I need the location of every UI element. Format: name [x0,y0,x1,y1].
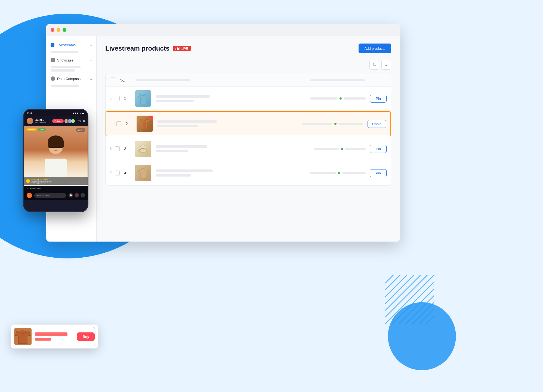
phone-time: 9:41 [27,112,32,114]
product-stats-2 [302,123,363,125]
gift-count: 888 [78,120,81,122]
phone-live-header: Livest... 999 viewers Follow 888 × [24,116,88,126]
product-image-1 [135,90,151,107]
product-name-bar-2 [157,120,217,123]
phone-status-icons: ▲▲▲ ● ▬ [72,112,84,114]
phone-status-bar: 9:41 ▲▲▲ ● ▬ [24,110,88,116]
row-checkbox-3[interactable] [115,146,120,151]
filter-button[interactable]: ≡ [381,60,391,70]
gift-icon[interactable]: 🌹 [75,193,79,197]
product-sub-bar-3 [156,150,188,152]
sidebar-item-livestreams[interactable]: Livestreams ∧ [46,40,96,50]
more-button[interactable]: More › [76,128,85,132]
svg-line-2 [385,275,407,297]
status-dot-2 [334,123,337,125]
drag-handle-1[interactable]: ⠿ [110,96,113,101]
add-products-button[interactable]: Add products [359,44,391,53]
phone-input-bar: 🎁 Add comment... 💬 🌹 ↗ [24,191,88,200]
product-info-4 [156,169,305,177]
svg-line-0 [385,275,393,283]
svg-line-11 [419,309,434,324]
phone-follow-button[interactable]: Follow [52,119,63,123]
blue-jacket-image [135,90,151,107]
product-info-1 [156,95,305,102]
popup-buy-button[interactable]: Buy [77,332,95,341]
browser-titlebar [46,24,400,36]
stat-bar-1 [310,97,337,100]
sort-icon: ⇅ [373,63,376,67]
tan-jacket-image [135,165,151,181]
status-bar-3 [345,148,366,150]
drag-handle-3[interactable]: ⠿ [110,147,113,151]
pin-button-3[interactable]: Pin [370,145,387,153]
svg-rect-13 [143,122,146,129]
blue-jacket-svg [138,92,149,105]
wifi-icon: ● [80,112,81,114]
phone-viewers: 999 viewers [35,121,51,124]
row-checkbox-2[interactable] [116,121,121,126]
traffic-light-yellow[interactable] [57,28,60,32]
product-name-bar-4 [156,169,213,172]
status-dot-3 [341,148,343,150]
hat-svg [137,143,149,155]
table-row: ⠿ 1 [106,87,391,111]
table-row-pinned: 2 📌 [106,111,391,136]
live-bar-4 [180,47,180,50]
product-sub-bar-2 [157,125,198,127]
sort-button[interactable]: ⇅ [369,60,379,70]
header-checkbox[interactable] [110,78,115,83]
product-image-3 [135,141,151,157]
chat-icon[interactable]: 💬 [69,193,73,197]
buying-content: is buying products friends and followers… [26,178,85,184]
sidebar-sub-placeholder-2 [51,66,81,68]
popup-sub-bar [35,338,51,341]
sidebar-item-showcase[interactable]: Showcase ∧ [46,55,96,65]
row-checkbox-1[interactable] [115,96,120,101]
live-badge: LIVE [173,46,191,51]
showcase-icon [51,58,55,62]
sidebar-item-datacompass[interactable]: Data Compass ∧ [46,74,96,84]
phone-user-info: Livest... 999 viewers [35,119,51,124]
popup-close-button[interactable]: × [93,326,95,331]
unpin-button-2[interactable]: Unpin [368,120,386,128]
hair [48,135,64,148]
status-bar-4 [343,172,366,174]
phone-tags: Fashion Top 1 [26,128,46,131]
popup-product-info [35,332,74,341]
traffic-light-green[interactable] [63,28,66,32]
signal-icon: ▲▲▲ [72,112,79,114]
svg-line-10 [412,302,434,324]
status-bar-2 [339,123,363,125]
traffic-light-red[interactable] [51,28,54,32]
buying-main-text: is buying products [31,178,54,180]
buying-text-area: is buying products friends and followers… [31,178,54,184]
stat-bar-3 [314,148,339,150]
row-number-4: 4 [124,171,135,175]
product-info-3 [156,145,309,152]
share-icon[interactable]: ↗ [81,193,85,197]
sidebar-sub-placeholder-3 [51,69,75,72]
status-dot-4 [338,172,340,174]
product-info-2 [157,120,297,127]
pin-button-1[interactable]: Pin [370,95,387,103]
status-dot-1 [340,97,342,100]
product-stats-4 [310,172,366,174]
product-stats-3 [314,148,366,150]
drag-handle-4[interactable]: ⠿ [110,171,113,175]
top1-tag: Top 1 [38,128,46,131]
toolbar: ⇅ ≡ [105,60,391,70]
svg-line-7 [392,282,434,324]
joined-text: tiktokusers Joined [27,187,85,189]
buying-icon [26,179,30,183]
row-checkbox-4[interactable] [115,171,120,175]
phone-buying-banner: is buying products friends and followers… [24,177,88,185]
comment-input[interactable]: Add comment... [34,193,66,198]
table-header: No. [106,74,391,87]
svg-line-12 [426,316,434,324]
phone-close-button[interactable]: × [83,119,85,123]
pin-button-4[interactable]: Pin [370,169,387,177]
live-bars [175,47,180,50]
phone-comment-bar: tiktokusers Joined [24,186,88,191]
page-title: Livestream products [105,45,169,52]
product-name-bar-3 [156,145,207,148]
